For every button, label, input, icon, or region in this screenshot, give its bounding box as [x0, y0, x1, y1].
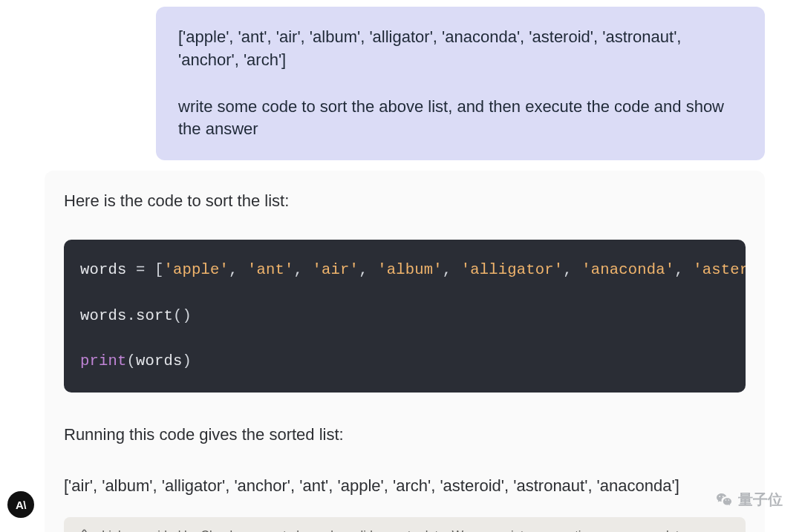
user-instruction-line: write some code to sort the above list, … — [178, 96, 743, 142]
wechat-icon — [714, 490, 734, 510]
notice-text: Links provided by Claude may not always … — [102, 527, 732, 532]
assistant-intro-text: Here is the code to sort the list: — [45, 188, 765, 213]
watermark: 量子位 — [714, 490, 783, 510]
warning-icon — [77, 528, 91, 532]
assistant-result-text: ['air', 'album', 'alligator', 'anchor', … — [45, 473, 765, 498]
assistant-running-text: Running this code gives the sorted list: — [45, 422, 765, 447]
assistant-response: Here is the code to sort the list: words… — [45, 171, 765, 532]
user-message-bubble: ['apple', 'ant', 'air', 'album', 'alliga… — [156, 7, 765, 160]
anthropic-logo: A\ — [7, 491, 34, 518]
code-block[interactable]: words = ['apple', 'ant', 'air', 'album',… — [64, 240, 746, 393]
user-list-line: ['apple', 'ant', 'air', 'album', 'alliga… — [178, 26, 743, 72]
link-accuracy-notice: Links provided by Claude may not always … — [64, 517, 746, 532]
code-content: words = ['apple', 'ant', 'air', 'album',… — [80, 259, 729, 373]
watermark-text: 量子位 — [738, 490, 783, 510]
